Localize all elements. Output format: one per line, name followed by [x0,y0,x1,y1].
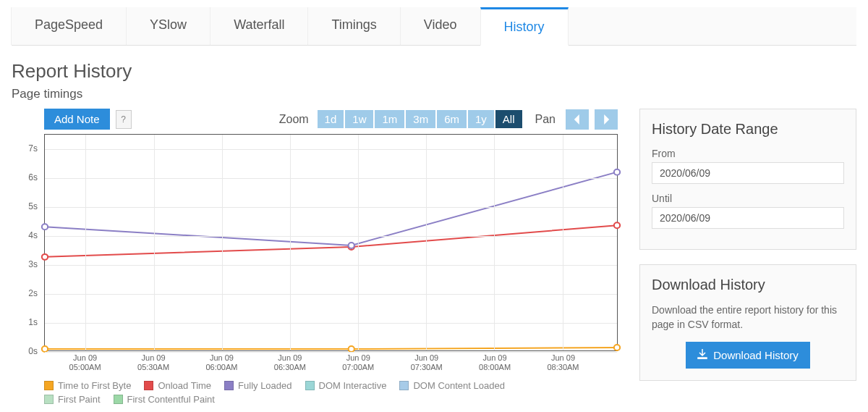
tab-pagespeed[interactable]: PageSpeed [11,7,127,45]
y-tick: 6s [28,172,38,182]
svg-point-8 [614,169,620,175]
add-note-button[interactable]: Add Note [44,109,110,130]
svg-point-3 [42,254,48,260]
tab-yslow[interactable]: YSlow [126,7,210,45]
download-desc: Download the entire report history for t… [652,303,844,332]
download-history-button[interactable]: Download History [686,342,810,369]
y-tick: 7s [28,143,38,154]
svg-rect-9 [698,358,707,359]
chart-legend: Time to First ByteOnload TimeFully Loade… [44,380,618,405]
legend-item[interactable]: First Paint [44,394,101,405]
date-range-panel: History Date Range From Until [639,109,856,250]
pan-label: Pan [535,113,556,126]
x-tick: Jun 0908:00AM [479,351,511,372]
zoom-1w[interactable]: 1w [345,110,373,128]
zoom-3m[interactable]: 3m [406,110,435,128]
zoom-label: Zoom [279,113,309,126]
zoom-1d[interactable]: 1d [318,110,344,128]
legend-item[interactable]: Fully Loaded [224,380,292,391]
zoom-6m[interactable]: 6m [437,110,467,128]
pan-left-button[interactable] [566,109,589,130]
zoom-1y[interactable]: 1y [468,110,494,128]
download-title: Download History [652,277,844,293]
svg-point-2 [614,345,620,350]
zoom-1m[interactable]: 1m [375,110,404,128]
legend-item[interactable]: Time to First Byte [44,380,131,391]
page-title: Report History [12,60,856,83]
y-tick: 4s [28,230,38,240]
svg-point-5 [614,222,620,228]
tab-history[interactable]: History [480,7,569,46]
download-panel: Download History Download the entire rep… [639,264,856,381]
help-button[interactable]: ? [116,110,132,129]
svg-point-0 [42,346,48,352]
svg-point-7 [349,243,354,248]
page-subtitle: Page timings [12,87,856,101]
x-tick: Jun 0905:00AM [69,351,101,372]
svg-point-6 [42,224,48,230]
legend-item[interactable]: First Contentful Paint [114,394,215,405]
from-label: From [652,148,844,159]
download-icon [697,349,707,361]
date-range-title: History Date Range [652,121,844,138]
until-input[interactable] [652,207,844,229]
x-tick: Jun 0907:30AM [411,351,443,372]
from-input[interactable] [652,162,844,184]
legend-item[interactable]: DOM Content Loaded [399,380,504,391]
until-label: Until [652,193,844,204]
x-tick: Jun 0906:30AM [274,351,306,372]
y-tick: 1s [28,317,38,327]
pan-right-button[interactable] [595,109,618,130]
tab-video[interactable]: Video [400,7,481,45]
chart-area[interactable] [44,134,618,351]
x-tick: Jun 0908:30AM [547,351,579,372]
tab-waterfall[interactable]: Waterfall [210,7,308,45]
y-tick: 5s [28,201,38,211]
legend-item[interactable]: DOM Interactive [305,380,387,391]
x-tick: Jun 0906:00AM [205,351,237,372]
legend-item[interactable]: Onload Time [144,380,211,391]
tab-timings[interactable]: Timings [307,7,400,45]
y-tick: 2s [28,288,38,298]
zoom-all[interactable]: All [495,110,522,128]
y-tick: 0s [28,346,38,356]
x-tick: Jun 0907:00AM [342,351,374,372]
y-tick: 3s [28,259,38,269]
x-tick: Jun 0905:30AM [137,351,169,372]
